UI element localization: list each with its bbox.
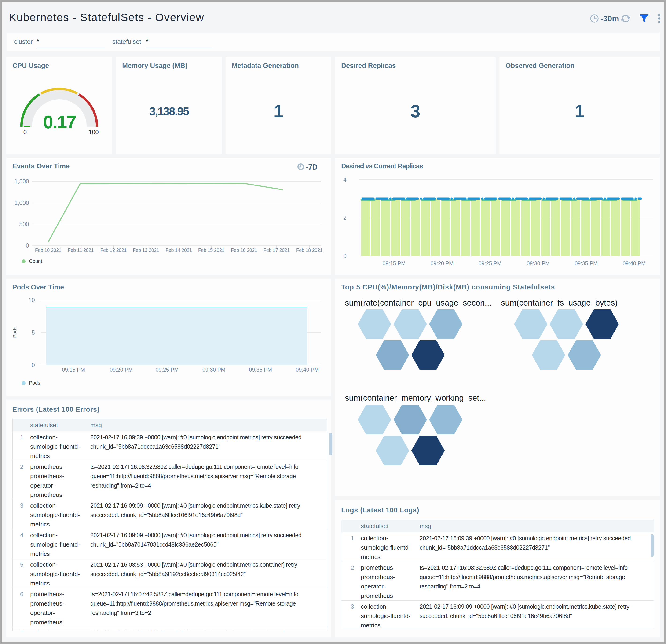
svg-text:09:20 PM: 09:20 PM <box>431 260 454 267</box>
svg-text:0: 0 <box>343 253 347 259</box>
svg-text:1,500: 1,500 <box>14 178 29 185</box>
svg-text:09:35 PM: 09:35 PM <box>249 367 272 373</box>
svg-text:Feb 15 2021: Feb 15 2021 <box>198 248 224 253</box>
svg-text:Feb 17 2021: Feb 17 2021 <box>263 248 290 253</box>
svg-text:09:30 PM: 09:30 PM <box>527 260 550 267</box>
svg-text:09:25 PM: 09:25 PM <box>156 367 178 373</box>
svg-text:0.17: 0.17 <box>43 112 76 132</box>
svg-text:09:30 PM: 09:30 PM <box>203 367 225 373</box>
svg-text:0: 0 <box>26 242 29 249</box>
svg-text:100: 100 <box>88 129 99 136</box>
svg-text:Feb 10 2021: Feb 10 2021 <box>35 248 61 253</box>
svg-text:09:25 PM: 09:25 PM <box>478 260 502 267</box>
svg-text:Feb 16 2021: Feb 16 2021 <box>231 248 257 253</box>
svg-text:0: 0 <box>32 362 35 368</box>
svg-text:09:15 PM: 09:15 PM <box>383 260 405 267</box>
svg-text:09:40 PM: 09:40 PM <box>296 367 319 373</box>
svg-text:Pods: Pods <box>12 327 17 338</box>
svg-text:500: 500 <box>19 221 29 227</box>
svg-text:09:35 PM: 09:35 PM <box>575 260 598 267</box>
svg-text:2: 2 <box>343 215 347 221</box>
svg-text:Feb 18 2021: Feb 18 2021 <box>296 248 322 253</box>
svg-text:4: 4 <box>343 176 347 183</box>
svg-text:Feb 12 2021: Feb 12 2021 <box>100 248 127 253</box>
svg-text:1,000: 1,000 <box>14 200 29 206</box>
svg-text:09:40 PM: 09:40 PM <box>623 260 646 267</box>
svg-text:Feb 13 2021: Feb 13 2021 <box>133 248 159 253</box>
svg-text:0: 0 <box>23 129 27 136</box>
svg-text:09:20 PM: 09:20 PM <box>110 367 133 373</box>
svg-text:Feb 14 2021: Feb 14 2021 <box>166 248 192 253</box>
svg-text:Feb 11 2021: Feb 11 2021 <box>68 248 94 253</box>
svg-text:-30m: -30m <box>600 14 619 23</box>
svg-text:10: 10 <box>28 297 35 303</box>
svg-text:5: 5 <box>32 329 35 336</box>
svg-text:09:15 PM: 09:15 PM <box>62 367 85 373</box>
